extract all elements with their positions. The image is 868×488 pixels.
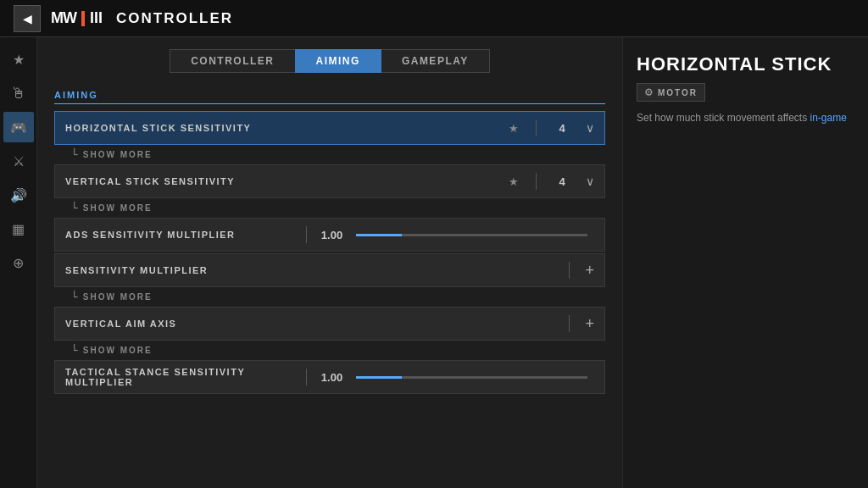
- display-icon: ▦: [12, 221, 25, 237]
- badge-icon: ⚙: [644, 86, 654, 98]
- divider-tactical: [306, 369, 307, 385]
- network-icon: ⊕: [13, 255, 24, 271]
- bracket-icon-vertical: └: [71, 202, 78, 214]
- controller-icon: 🎮: [10, 119, 27, 136]
- sidebar-item-shield[interactable]: ⚔: [3, 146, 34, 176]
- right-panel: HORIZONTAL STICK ⚙ MOTOR Set how much st…: [622, 37, 868, 488]
- sidebar-item-star[interactable]: ★: [3, 44, 34, 75]
- plus-icon-aim-axis: +: [585, 315, 594, 333]
- show-more-label-vertical: SHOW MORE: [83, 203, 153, 213]
- setting-name-ads: ADS SENSITIVITY MULTIPLIER: [65, 230, 298, 240]
- audio-icon: 🔊: [10, 187, 27, 203]
- tab-gameplay[interactable]: GAMEPLAY: [381, 49, 490, 73]
- setting-row-ads-sensitivity[interactable]: ADS SENSITIVITY MULTIPLIER 1.00: [54, 218, 605, 252]
- slider-fill-ads: [356, 234, 403, 236]
- shield-icon: ⚔: [13, 153, 25, 169]
- setting-row-sensitivity-multiplier[interactable]: SENSITIVITY MULTIPLIER +: [54, 253, 605, 287]
- show-more-aim-axis[interactable]: └ SHOW MORE: [54, 342, 605, 360]
- setting-row-horizontal-stick-sensitivity[interactable]: HORIZONTAL STICK SENSITIVITY ★ 4 ∨: [54, 111, 605, 145]
- main-content: CONTROLLER AIMING GAMEPLAY AIMING HORIZO…: [37, 37, 622, 488]
- show-more-label-aim-axis: SHOW MORE: [83, 346, 153, 355]
- show-more-label-horizontal: SHOW MORE: [83, 150, 153, 159]
- setting-row-vertical-aim-axis[interactable]: VERTICAL AIM AXIS +: [54, 307, 605, 341]
- divider-sensitivity: [569, 262, 570, 279]
- slider-ads[interactable]: [356, 234, 588, 236]
- chevron-icon-horizontal: ∨: [586, 121, 594, 135]
- bracket-icon-horizontal: └: [71, 148, 78, 161]
- in-game-link[interactable]: in-game: [810, 112, 847, 124]
- divider-aim-axis: [569, 315, 570, 332]
- star-icon-vertical: ★: [509, 175, 519, 188]
- sidebar-item-network[interactable]: ⊕: [3, 247, 34, 278]
- right-panel-description: Set how much stick movement affects in-g…: [637, 110, 854, 125]
- tab-aiming[interactable]: AIMING: [295, 49, 381, 73]
- show-more-vertical[interactable]: └ SHOW MORE: [54, 200, 605, 218]
- divider-vertical: [536, 173, 537, 190]
- logo-bar: [81, 11, 85, 26]
- right-panel-title: HORIZONTAL STICK: [637, 54, 854, 75]
- setting-value-vertical: 4: [545, 175, 579, 188]
- sidebar: ★ 🖱 🎮 ⚔ 🔊 ▦ ⊕: [0, 37, 37, 488]
- show-more-label-sensitivity: SHOW MORE: [83, 292, 153, 302]
- setting-name-horizontal: HORIZONTAL STICK SENSITIVITY: [65, 123, 509, 133]
- setting-row-tactical-stance[interactable]: TACTICAL STANCE SENSITIVITY MULTIPLIER 1…: [54, 360, 605, 394]
- back-icon: ◀: [23, 12, 32, 25]
- plus-icon-sensitivity: +: [585, 262, 594, 280]
- show-more-horizontal[interactable]: └ SHOW MORE: [54, 147, 605, 164]
- logo-text: MW: [51, 9, 76, 27]
- sidebar-item-controller[interactable]: 🎮: [3, 112, 34, 142]
- slider-fill-tactical: [356, 376, 403, 379]
- top-bar: ◀ MW III CONTROLLER: [0, 0, 868, 37]
- sidebar-item-display[interactable]: ▦: [3, 214, 34, 244]
- setting-name-sensitivity: SENSITIVITY MULTIPLIER: [65, 265, 560, 275]
- setting-name-tactical: TACTICAL STANCE SENSITIVITY MULTIPLIER: [65, 367, 298, 387]
- main-layout: ★ 🖱 🎮 ⚔ 🔊 ▦ ⊕ CONTROLLER AIMING: [0, 37, 868, 488]
- back-button[interactable]: ◀: [14, 5, 41, 32]
- sidebar-item-audio[interactable]: 🔊: [3, 180, 34, 210]
- setting-name-aim-axis: VERTICAL AIM AXIS: [65, 319, 560, 329]
- settings-panel: AIMING HORIZONTAL STICK SENSITIVITY ★ 4 …: [37, 81, 622, 488]
- bracket-icon-sensitivity: └: [71, 291, 78, 303]
- section-label: AIMING: [54, 90, 605, 104]
- divider-ads: [306, 226, 307, 243]
- logo-iii: III: [90, 9, 103, 27]
- setting-value-ads: 1.00: [315, 229, 349, 241]
- star-icon-horizontal: ★: [509, 122, 519, 135]
- logo: MW III: [51, 9, 103, 27]
- divider-horizontal: [536, 119, 537, 136]
- bracket-icon-aim-axis: └: [71, 344, 78, 357]
- chevron-icon-vertical: ∨: [586, 175, 594, 188]
- star-icon: ★: [13, 52, 25, 68]
- show-more-sensitivity[interactable]: └ SHOW MORE: [54, 289, 605, 307]
- setting-row-vertical-stick-sensitivity[interactable]: VERTICAL STICK SENSITIVITY ★ 4 ∨: [54, 164, 605, 198]
- setting-name-vertical: VERTICAL STICK SENSITIVITY: [65, 176, 509, 186]
- sidebar-item-mouse[interactable]: 🖱: [3, 78, 34, 108]
- right-panel-badge: ⚙ MOTOR: [637, 83, 705, 102]
- badge-label: MOTOR: [658, 88, 698, 97]
- tab-controller[interactable]: CONTROLLER: [170, 49, 294, 73]
- slider-tactical[interactable]: [356, 376, 588, 379]
- setting-value-horizontal: 4: [545, 122, 579, 135]
- mouse-icon: 🖱: [11, 85, 26, 103]
- setting-value-tactical: 1.00: [315, 371, 349, 384]
- page-title: CONTROLLER: [116, 10, 233, 27]
- tabs-bar: CONTROLLER AIMING GAMEPLAY: [37, 37, 622, 81]
